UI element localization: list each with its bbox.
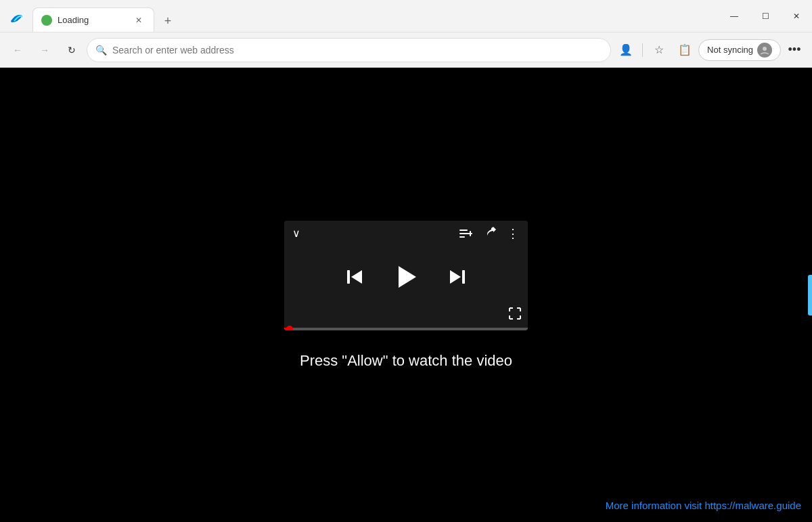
- maximize-button[interactable]: ☐: [750, 0, 781, 32]
- tab-strip: Loading ✕ +: [32, 0, 719, 32]
- next-button[interactable]: [447, 267, 468, 287]
- svg-marker-8: [351, 270, 362, 284]
- playlist-icon[interactable]: [459, 228, 473, 239]
- svg-rect-3: [459, 233, 468, 234]
- address-input-wrap[interactable]: 🔍: [87, 38, 611, 62]
- video-controls: [284, 246, 528, 305]
- svg-rect-2: [459, 230, 468, 231]
- progress-bar[interactable]: [284, 328, 528, 330]
- favorites-icon[interactable]: ☆: [647, 38, 671, 62]
- progress-dot: [286, 326, 293, 330]
- video-player: ∨ ⋮: [284, 221, 528, 330]
- page-content: ∨ ⋮: [0, 68, 812, 522]
- browser-icon: [9, 9, 24, 24]
- back-button[interactable]: ←: [5, 38, 30, 62]
- tab-favicon: [41, 15, 52, 26]
- browser-icon-wrap: [0, 0, 32, 32]
- close-button[interactable]: ✕: [781, 0, 812, 32]
- svg-rect-7: [347, 270, 350, 284]
- refresh-button[interactable]: ↻: [60, 38, 84, 62]
- video-top-bar: ∨ ⋮: [284, 221, 528, 246]
- title-bar: Loading ✕ + — ☐ ✕: [0, 0, 812, 32]
- svg-point-1: [763, 47, 767, 51]
- svg-marker-9: [399, 266, 416, 288]
- video-top-right-controls: ⋮: [459, 226, 520, 241]
- search-icon: 🔍: [95, 45, 107, 56]
- not-syncing-button[interactable]: Not syncing: [698, 39, 781, 61]
- video-bottom-bar: [284, 305, 528, 328]
- toolbar-divider: [642, 43, 643, 57]
- svg-rect-4: [459, 236, 465, 238]
- svg-rect-6: [467, 233, 472, 234]
- address-bar: ← → ↻ 🔍 👤 ☆ 📋 Not syncing •••: [0, 32, 812, 68]
- minimize-button[interactable]: —: [719, 0, 750, 32]
- window-controls: — ☐ ✕: [719, 0, 812, 32]
- new-tab-button[interactable]: +: [157, 10, 179, 32]
- active-tab[interactable]: Loading ✕: [32, 7, 154, 32]
- collections-icon[interactable]: 📋: [673, 38, 697, 62]
- tab-title: Loading: [58, 15, 127, 25]
- profile-avatar: [757, 43, 772, 58]
- collapse-button[interactable]: ∨: [292, 227, 300, 240]
- forward-button[interactable]: →: [32, 38, 57, 62]
- toolbar-icons: 👤 ☆ 📋 Not syncing •••: [614, 38, 807, 62]
- more-button[interactable]: •••: [782, 38, 807, 62]
- previous-button[interactable]: [344, 267, 365, 287]
- more-options-icon[interactable]: ⋮: [507, 226, 520, 241]
- not-syncing-label: Not syncing: [707, 45, 753, 55]
- watermark-text: More information visit https://malware.g…: [606, 500, 801, 511]
- share-icon[interactable]: [484, 226, 496, 241]
- page-caption: Press "Allow" to watch the video: [300, 352, 512, 370]
- svg-marker-11: [450, 270, 461, 284]
- scroll-indicator: [808, 275, 812, 316]
- play-button[interactable]: [392, 263, 420, 291]
- svg-rect-10: [462, 270, 465, 284]
- person-icon[interactable]: 👤: [614, 38, 638, 62]
- fullscreen-button[interactable]: [509, 307, 521, 322]
- tab-close-button[interactable]: ✕: [132, 14, 145, 27]
- address-input[interactable]: [112, 45, 602, 56]
